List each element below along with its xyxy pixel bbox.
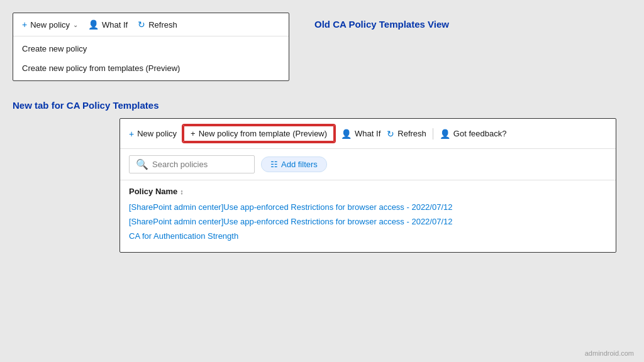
chevron-down-icon: ⌄ bbox=[73, 21, 78, 28]
refresh-label-2: Refresh bbox=[397, 129, 426, 138]
add-filters-label: Add filters bbox=[281, 160, 318, 169]
new-policy-button[interactable]: + New policy ⌄ bbox=[22, 19, 78, 30]
search-icon: 🔍 bbox=[136, 158, 148, 170]
refresh-label: Refresh bbox=[148, 20, 177, 30]
policy-row-1[interactable]: [SharePoint admin center]Use app-enforce… bbox=[129, 202, 607, 212]
refresh-button-2[interactable]: ↻ Refresh bbox=[387, 129, 426, 139]
sort-arrows-icon[interactable]: ↕ bbox=[180, 188, 184, 195]
policy-row-3[interactable]: CA for Authentication Strength bbox=[129, 231, 607, 241]
top-section: + New policy ⌄ 👤 What If ↻ Refresh Creat… bbox=[13, 13, 631, 81]
new-toolbar-row: + New policy + New policy from template … bbox=[120, 119, 616, 149]
create-from-template-item[interactable]: Create new policy from templates (Previe… bbox=[13, 58, 289, 78]
refresh-icon: ↻ bbox=[138, 19, 145, 30]
policy-row-2[interactable]: [SharePoint admin center]Use app-enforce… bbox=[129, 217, 607, 226]
old-ca-title: Old CA Policy Templates View bbox=[314, 19, 449, 30]
page-wrapper: + New policy ⌄ 👤 What If ↻ Refresh Creat… bbox=[0, 0, 644, 362]
new-policy-label: New policy bbox=[30, 20, 70, 30]
new-policy-button-2[interactable]: + New policy bbox=[129, 129, 177, 139]
old-ca-label-section: Old CA Policy Templates View bbox=[314, 19, 449, 30]
plus-icon-3: + bbox=[191, 129, 196, 138]
new-policy-template-label: New policy from template (Preview) bbox=[199, 129, 327, 138]
filter-icon: ☷ bbox=[270, 160, 278, 169]
refresh-icon-2: ↻ bbox=[387, 129, 394, 139]
dropdown-menu: Create new policy Create new policy from… bbox=[13, 36, 289, 80]
what-if-label-2: What If bbox=[355, 129, 380, 138]
what-if-label: What If bbox=[102, 20, 128, 30]
toolbar-divider bbox=[433, 128, 433, 140]
new-tab-label: New tab for CA Policy Templates bbox=[13, 100, 631, 111]
policy-name-header: Policy Name ↕ bbox=[129, 187, 607, 196]
refresh-button[interactable]: ↻ Refresh bbox=[138, 19, 177, 30]
feedback-button[interactable]: 👤 Got feedback? bbox=[440, 129, 507, 139]
what-if-button[interactable]: 👤 What If bbox=[88, 19, 128, 30]
watermark: admindroid.com bbox=[585, 349, 634, 357]
create-new-policy-item[interactable]: Create new policy bbox=[13, 39, 289, 58]
search-input[interactable] bbox=[152, 160, 248, 169]
search-filter-row: 🔍 ☷ Add filters bbox=[120, 149, 616, 180]
new-policy-template-button[interactable]: + New policy from template (Preview) bbox=[183, 125, 335, 142]
search-box[interactable]: 🔍 bbox=[129, 155, 255, 173]
feedback-label: Got feedback? bbox=[453, 129, 507, 138]
feedback-icon: 👤 bbox=[440, 129, 450, 139]
add-filters-button[interactable]: ☷ Add filters bbox=[261, 156, 327, 172]
what-if-button-2[interactable]: 👤 What If bbox=[341, 129, 380, 139]
new-policy-label-2: New policy bbox=[137, 129, 177, 138]
new-policy-box: + New policy + New policy from template … bbox=[119, 118, 616, 253]
plus-icon: + bbox=[22, 19, 27, 30]
table-area: Policy Name ↕ [SharePoint admin center]U… bbox=[120, 180, 616, 252]
bottom-section: New tab for CA Policy Templates + New po… bbox=[13, 100, 631, 253]
plus-icon-2: + bbox=[129, 129, 134, 139]
person-icon-2: 👤 bbox=[341, 129, 352, 139]
person-icon: 👤 bbox=[88, 19, 99, 30]
old-policy-box: + New policy ⌄ 👤 What If ↻ Refresh Creat… bbox=[13, 13, 289, 81]
old-toolbar-row: + New policy ⌄ 👤 What If ↻ Refresh bbox=[13, 13, 289, 36]
